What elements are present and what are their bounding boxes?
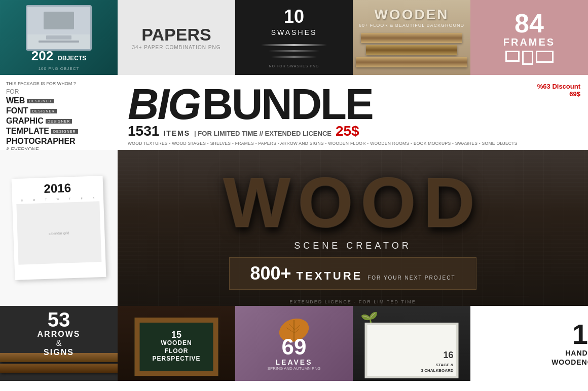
big-label: BIG (128, 80, 200, 128)
leaves-label: LEAVES (235, 358, 353, 366)
texture-num: 800+ (250, 263, 291, 284)
bundle-cell: BIG BUNDLE 1531 ITEMS | FOR LIMITED TIME… (118, 75, 588, 150)
floor-num: 15 (152, 330, 200, 339)
objects-cell: 202 OBJECTS 100 PNG OBJECT (0, 0, 118, 75)
handmade-cell: 16 HANDMADEWOODENOBJECTS (470, 306, 588, 381)
papers-title: PAPERS (132, 25, 221, 45)
frames-num: 84 (514, 10, 544, 36)
leaves-num: 69 (235, 336, 353, 358)
bundle-label: BUNDLE (202, 80, 373, 128)
items-count: 1531 (128, 123, 159, 139)
texture-sub: FOR YOUR NEXT PROJECT (368, 275, 455, 281)
floor-cell: 15 WOODENFLOORPERSPECTIVE (118, 306, 235, 381)
template-label: TEMPLATE (6, 127, 49, 136)
frames-cell: 84 FRAMES (470, 0, 588, 75)
handmade-label: HANDMADEWOODENOBJECTS (552, 348, 588, 367)
graphic-badge: DESIGNER (46, 119, 72, 124)
papers-cell: PAPERS 34+ PAPER COMBINATION PNG (118, 0, 235, 75)
arrows-num: 53 (38, 309, 81, 330)
web-badge: DESIGNER (27, 99, 54, 103)
objects-label: OBJECTS (58, 55, 87, 62)
graphic-label: GRAPHIC (6, 116, 44, 126)
objects-sub: 100 PNG OBJECT (39, 66, 80, 71)
stage-num: 16 (370, 349, 454, 362)
papers-sub: 34+ PAPER COMBINATION PNG (132, 45, 221, 50)
swashes-sub: NO FOR SWASHES PNG (269, 64, 319, 68)
package-for: FOR (6, 88, 112, 95)
discount-badge: %63 Discount 69$ (537, 83, 580, 98)
wooden-title: WOODEN (374, 7, 449, 23)
swashes-label: SWASHES (271, 28, 317, 36)
arrows-cell: 53 ARROWS & SIGNS (0, 306, 118, 381)
scene-creator-label: SCENE CREATOR (294, 241, 411, 251)
handmade-num: 16 (572, 320, 588, 348)
swashes-cell: 10 SWASHES NO FOR SWASHES PNG (235, 0, 353, 75)
template-badge: DESIGNER (51, 129, 78, 134)
font-label: FONT (6, 106, 28, 115)
package-question: THIS PACKAGE IS FOR WHOM ? (6, 81, 112, 86)
wooden-cell: WOODEN 60+ FLOOR & BEAUTIFUL BACKGROUND (353, 0, 470, 75)
stage-cell: 16 STAGE &3 CHALKBOARD 🌱 (353, 306, 470, 381)
arrows-label2: SIGNS (38, 348, 81, 357)
arrows-and: & (38, 339, 81, 348)
extended-label: EXTENDED LICENCE - FOR LIMITED TIME (176, 296, 529, 304)
texture-label: TEXTURE (297, 269, 363, 283)
web-label: WEB (6, 96, 25, 105)
swashes-num: 10 (284, 8, 304, 26)
wood-letters: WOOD (223, 167, 482, 238)
font-badge: DESIGNER (30, 109, 57, 113)
objects-count: 202 (31, 48, 53, 63)
wood-scene-cell: WOOD SCENE CREATOR 800+ TEXTURE FOR YOUR… (118, 150, 588, 306)
bundle-categories: WOOD TEXTURES - WOOD STAGES - SHELVES - … (128, 141, 578, 146)
leaves-sub: SPRING AND AUTUMN PNG (235, 366, 353, 371)
package-info-cell: THIS PACKAGE IS FOR WHOM ? FOR WEB DESIG… (0, 75, 118, 150)
floor-label: WOODENFLOORPERSPECTIVE (152, 339, 200, 363)
bundle-middle: | FOR LIMITED TIME // EXTENDED LICENCE (194, 130, 332, 137)
photographer-label: PHOTOGRAPHER (6, 137, 112, 146)
leaves-cell: 69 LEAVES SPRING AND AUTUMN PNG (235, 306, 353, 381)
items-label: ITEMS (163, 129, 190, 137)
frames-label: FRAMES (503, 36, 555, 48)
arrows-label1: ARROWS (38, 330, 81, 339)
wooden-sub: 60+ FLOOR & BEAUTIFUL BACKGROUND (359, 23, 464, 28)
stage-label: STAGE &3 CHALKBOARD (421, 363, 454, 373)
bundle-price: 25$ (336, 123, 359, 139)
year-calendar-cell: 2016 S M T W T F S calendar grid (0, 150, 118, 306)
